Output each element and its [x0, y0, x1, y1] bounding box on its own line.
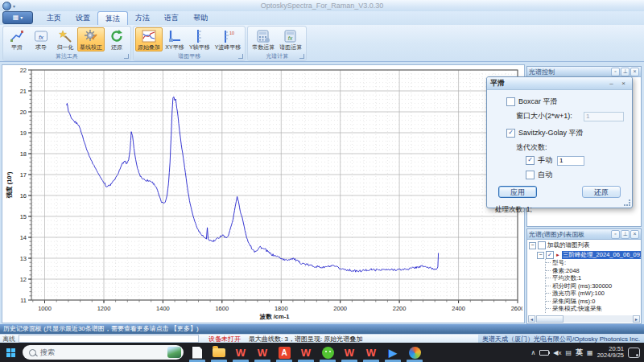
notification-center-icon[interactable] [628, 348, 640, 358]
system-tray: ∧ ◀x ▤ 英 ▦ 20:51 2024/9/25 [530, 346, 644, 359]
ribbon-group-buttons: 常数运算fx谱图运算 [248, 27, 306, 51]
taskbar-app-adobe-acrobat[interactable]: A [275, 343, 293, 362]
tab-settings[interactable]: 设置 [68, 12, 97, 24]
derivative-button[interactable]: fx求导 [29, 27, 53, 51]
ime-mode-icon[interactable]: ▦ [587, 349, 593, 356]
smoothing-dialog: 平滑 – × Boxcar 平滑 窗口大小(2*w+1): ✓ Savitzky… [486, 76, 633, 208]
constant-calc-button[interactable]: 常数运算 [250, 27, 277, 51]
dialog-launcher-icon[interactable] [299, 54, 304, 59]
boxcar-checkbox[interactable] [506, 97, 515, 106]
panel-pin-icon[interactable]: ⊥ [621, 230, 630, 239]
search-highlight-thumbnail[interactable] [167, 347, 181, 358]
status-input[interactable] [19, 335, 199, 343]
tree-item-row[interactable]: − ✓ ► 三阶峰处理_2024_06_06_09_20_ [535, 249, 641, 259]
hidden-icons-chevron-icon[interactable]: ∧ [530, 349, 535, 356]
scrollbar-thumb[interactable] [536, 315, 564, 323]
taskbar-search-box[interactable]: 搜索 [23, 345, 184, 360]
taskbar-app-wps-office-5[interactable]: W [362, 343, 380, 362]
panel-pin-icon[interactable]: ⊥ [621, 68, 630, 76]
window-size-input[interactable] [584, 112, 624, 121]
taskbar-app-wps-office-4[interactable]: W [341, 343, 358, 362]
taskbar-app-wps-office-1[interactable]: W [232, 343, 250, 362]
y-peak-shift-button[interactable]: 10Y波峰平移 [213, 27, 244, 51]
ribbon-button-label: 谱图运算 [279, 43, 302, 51]
scrollbar-track[interactable] [564, 315, 633, 323]
dialog-body: Boxcar 平滑 窗口大小(2*w+1): ✓ Savitzky-Golay … [487, 90, 632, 215]
smooth-button[interactable]: 平滑 [5, 27, 29, 51]
app-logo-icon[interactable] [2, 2, 11, 10]
touch-keyboard-icon[interactable]: ▤ [566, 349, 572, 356]
curve-info-label: 最大曲线数: 3，谱图呈现: 原始光谱叠加 [249, 335, 362, 343]
dialog-minimize-icon[interactable]: – [606, 80, 617, 88]
volume-muted-icon[interactable]: ◀x [553, 349, 561, 356]
tree-root-checkbox[interactable] [538, 241, 546, 249]
dialog-launcher-icon[interactable] [238, 54, 243, 59]
tab-method[interactable]: 方法 [128, 12, 157, 24]
y-axis-shift-button[interactable]: Y轴平移 [187, 27, 213, 51]
restore-button[interactable]: 还原 [105, 27, 129, 51]
tree-root-row[interactable]: − 加载的谱图列表 [527, 240, 641, 249]
dialog-launcher-icon[interactable] [124, 54, 129, 59]
taskbar-app-browser[interactable] [406, 343, 423, 362]
device-status-label: 设备未打开 [208, 335, 241, 343]
dialog-resize-grip[interactable] [624, 200, 630, 206]
ribbon-button-label: 平滑 [11, 43, 23, 51]
manual-label: 手动 [538, 155, 552, 166]
ribbon-group-label: 光谱计算 [248, 51, 306, 60]
svg-text:13: 13 [20, 255, 27, 262]
savitzky-golay-checkbox[interactable]: ✓ [506, 129, 515, 138]
chart-panel[interactable]: 1000120014001600180020002200240026001112… [2, 64, 525, 323]
tab-algorithm[interactable]: 算法 [97, 11, 128, 25]
tab-help[interactable]: 帮助 [186, 12, 215, 24]
battery-icon[interactable] [539, 350, 549, 356]
window-title: OptoskySpectra_For_Raman_V3.0.30 [0, 2, 644, 10]
taskbar-clock[interactable]: 20:51 2024/9/25 [597, 346, 624, 359]
spectrum-list-titlebar: 光谱(谱图)列表面板 ▫ ⊥ × [527, 229, 641, 240]
manual-iterations-input[interactable] [557, 156, 584, 166]
manual-checkbox[interactable]: ✓ [526, 156, 535, 165]
qat-dropdown-icon[interactable]: ▾ [13, 3, 15, 9]
svg-text:2000: 2000 [333, 305, 347, 312]
spectrum-calc-button[interactable]: fx谱图运算 [277, 27, 304, 51]
browser-icon [409, 347, 421, 359]
ribbon-button-label: 还原 [111, 43, 122, 51]
dialog-close-icon[interactable]: × [618, 80, 629, 88]
panel-maximize-icon[interactable]: ▫ [611, 230, 620, 239]
application-menu-button[interactable]: ▦ ▾ [2, 11, 33, 24]
tree-item-checkbox[interactable]: ✓ [546, 251, 554, 259]
tab-home[interactable]: 主页 [39, 12, 68, 24]
tree-item-label[interactable]: 三阶峰处理_2024_06_06_09_20_ [562, 251, 641, 259]
panel-close-icon[interactable]: × [630, 68, 639, 76]
restore-button[interactable]: 还原 [582, 186, 621, 198]
start-button[interactable] [0, 343, 21, 362]
xy-shift-button[interactable]: XY平移 [163, 27, 187, 51]
normalize-button[interactable]: 归一化 [53, 27, 77, 51]
taskbar-app-file-explorer[interactable] [210, 343, 228, 362]
tab-language[interactable]: 语言 [157, 12, 186, 24]
baseline-correction-button[interactable]: 基线校正 [77, 27, 105, 51]
dialog-titlebar[interactable]: 平滑 – × [487, 77, 632, 90]
taskbar-app-wechat[interactable] [319, 343, 336, 362]
auto-checkbox[interactable] [526, 171, 535, 179]
panel-close-icon[interactable]: × [630, 230, 639, 239]
taskbar-app-new-document[interactable] [188, 343, 206, 362]
tree-collapse-icon[interactable]: − [537, 252, 544, 259]
taskbar-app-wps-office-2[interactable]: W [254, 343, 271, 362]
tree-collapse-icon[interactable]: − [529, 242, 536, 249]
ime-language-indicator[interactable]: 英 [576, 348, 583, 358]
taskbar-app-blue-app[interactable]: ▶ [384, 343, 402, 362]
taskbar-app-wps-office-3[interactable]: W [297, 343, 315, 362]
scroll-left-icon[interactable]: ◄ [528, 315, 535, 323]
constant-calc-icon [256, 29, 270, 43]
history-record-bar[interactable]: 历史记录面板 (只显示最近30条谱图，需要查看更多请点击 【更多】) [0, 324, 644, 334]
horizontal-scrollbar[interactable]: ◄ ► [528, 315, 640, 323]
wps-office-4-icon: W [345, 347, 354, 359]
spectrum-calc-icon: fx [283, 29, 298, 43]
panel-maximize-icon[interactable]: ▫ [611, 68, 620, 76]
boxcar-label: Boxcar 平滑 [518, 97, 558, 107]
scroll-right-icon[interactable]: ► [633, 315, 640, 323]
original-overlay-button[interactable]: 原始叠加 [135, 27, 163, 51]
apply-button[interactable]: 应用 [498, 186, 537, 198]
ribbon-button-label: 原始叠加 [138, 43, 160, 51]
wps-office-3-icon: W [301, 347, 311, 359]
